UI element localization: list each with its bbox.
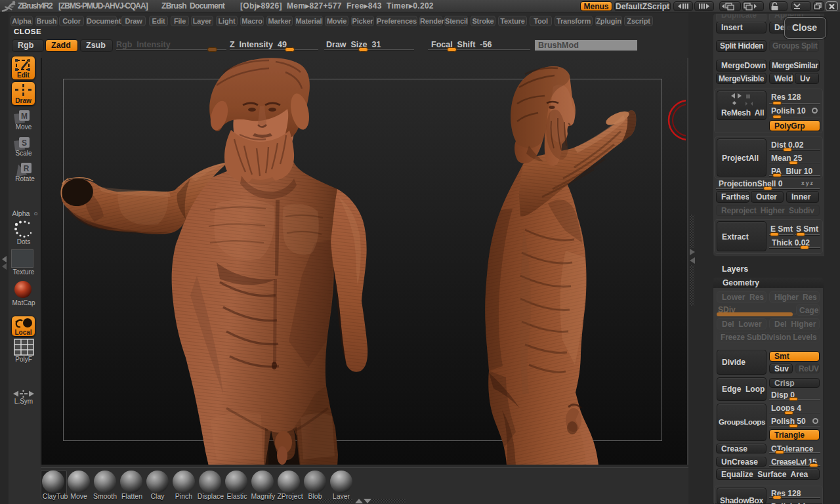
svg-text:Edit: Edit [17, 72, 30, 79]
svg-text:Draw: Draw [15, 97, 32, 104]
svg-text:R: R [24, 164, 30, 173]
svg-text:S: S [22, 138, 27, 148]
svg-text:M: M [21, 112, 28, 121]
svg-text:Local: Local [14, 329, 32, 336]
